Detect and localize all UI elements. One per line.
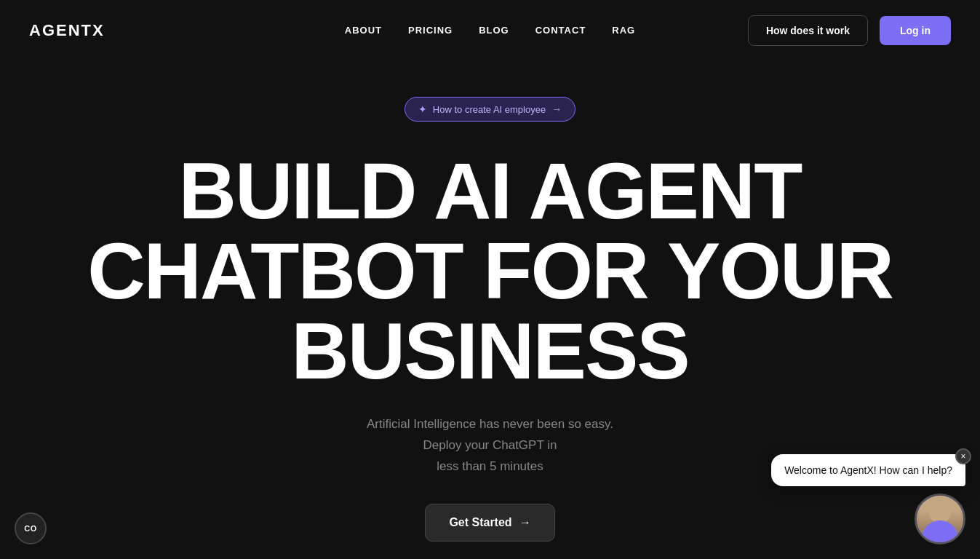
nav-contact[interactable]: CONTACT xyxy=(535,25,586,36)
how-it-works-button[interactable]: How does it work xyxy=(748,15,868,46)
nav-rag[interactable]: RAG xyxy=(612,25,635,36)
navbar: AGENTX ABOUT PRICING BLOG CONTACT RAG Ho… xyxy=(0,0,980,60)
get-started-button[interactable]: Get Started → xyxy=(425,504,554,542)
nav-blog[interactable]: BLOG xyxy=(479,25,509,36)
hero-subtitle: Artificial Intelligence has never been s… xyxy=(367,414,613,477)
chat-message: Welcome to AgentX! How can I help? xyxy=(771,454,965,486)
ai-employee-pill[interactable]: ✦ How to create AI employee → xyxy=(405,97,575,122)
hero-title-line2: CHATBOT FOR YOUR xyxy=(87,226,893,315)
co-badge[interactable]: CO xyxy=(15,512,47,544)
logo[interactable]: AGENTX xyxy=(29,21,105,40)
get-started-label: Get Started xyxy=(449,516,511,529)
pill-arrow-icon: → xyxy=(551,103,562,115)
avatar-figure xyxy=(917,496,963,542)
nav-about[interactable]: ABOUT xyxy=(345,25,382,36)
hero-subtitle-line3: less than 5 minutes xyxy=(437,459,543,473)
get-started-arrow-icon: → xyxy=(519,516,531,529)
nav-links: ABOUT PRICING BLOG CONTACT RAG xyxy=(345,25,635,36)
hero-title-line3: BUSINESS xyxy=(291,306,688,395)
hero-subtitle-line2: Deploy your ChatGPT in xyxy=(423,438,557,452)
hero-title-line1: BUILD AI AGENT xyxy=(178,146,801,235)
sparkle-icon: ✦ xyxy=(418,103,427,115)
chat-bubble-container: Welcome to AgentX! How can I help? × xyxy=(771,454,965,544)
login-button[interactable]: Log in xyxy=(880,16,951,45)
avatar-body xyxy=(922,520,958,542)
nav-pricing[interactable]: PRICING xyxy=(408,25,453,36)
pill-text: How to create AI employee xyxy=(433,104,546,115)
chat-avatar[interactable] xyxy=(915,493,965,544)
hero-title: BUILD AI AGENT CHATBOT FOR YOUR BUSINESS xyxy=(87,151,893,391)
nav-actions: How does it work Log in xyxy=(748,15,951,46)
chat-close-button[interactable]: × xyxy=(955,448,971,464)
hero-subtitle-line1: Artificial Intelligence has never been s… xyxy=(367,417,613,431)
